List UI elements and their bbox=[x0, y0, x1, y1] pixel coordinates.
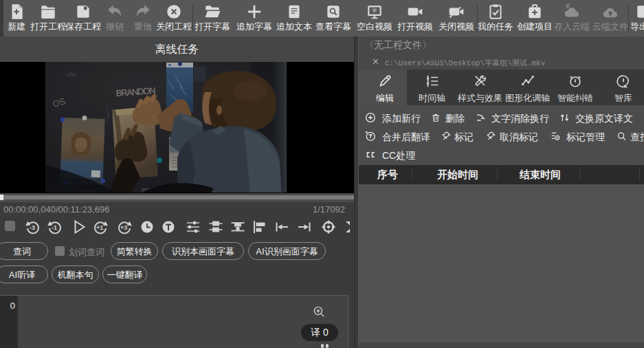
svg-text:+1: +1 bbox=[96, 224, 103, 231]
svg-text:-3: -3 bbox=[30, 224, 35, 231]
svg-text:+3: +3 bbox=[120, 224, 127, 231]
svg-text:-1: -1 bbox=[52, 224, 57, 231]
